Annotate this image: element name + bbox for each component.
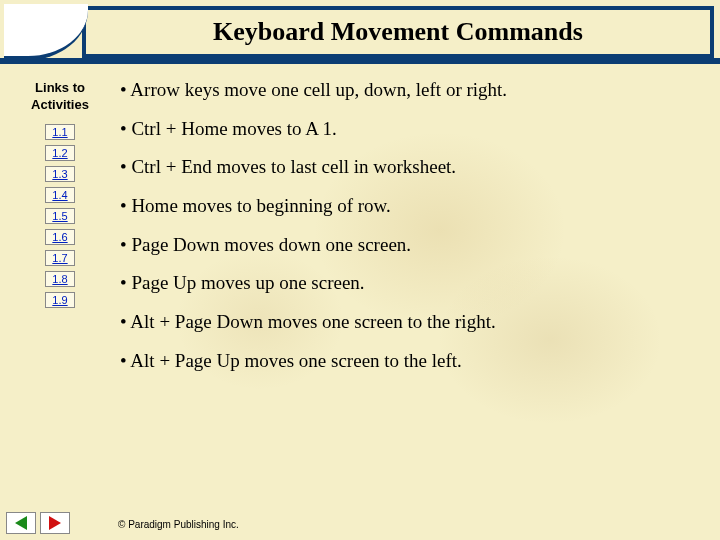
prev-slide-button[interactable] [6, 512, 36, 534]
sidebar-heading-line2: Activities [31, 97, 89, 112]
title-underline [0, 58, 720, 64]
activity-link-1-6[interactable]: 1.6 [45, 229, 75, 245]
activity-link-1-7[interactable]: 1.7 [45, 250, 75, 266]
bullet-item: • Page Up moves up one screen. [120, 271, 700, 296]
arrow-left-icon [15, 516, 27, 530]
page-title: Keyboard Movement Commands [213, 17, 583, 47]
bullet-item: • Ctrl + End moves to last cell in works… [120, 155, 700, 180]
activity-link-1-3[interactable]: 1.3 [45, 166, 75, 182]
bullet-item: • Alt + Page Up moves one screen to the … [120, 349, 700, 374]
activity-link-1-2[interactable]: 1.2 [45, 145, 75, 161]
bullet-item: • Home moves to beginning of row. [120, 194, 700, 219]
bullet-item: • Arrow keys move one cell up, down, lef… [120, 78, 700, 103]
activity-link-1-9[interactable]: 1.9 [45, 292, 75, 308]
activity-link-1-1[interactable]: 1.1 [45, 124, 75, 140]
content-area: • Arrow keys move one cell up, down, lef… [120, 78, 700, 388]
sidebar-heading-line1: Links to [35, 80, 85, 95]
activity-link-1-5[interactable]: 1.5 [45, 208, 75, 224]
title-bar-inner: Keyboard Movement Commands [86, 10, 710, 54]
arrow-right-icon [49, 516, 61, 530]
title-bar: Keyboard Movement Commands [82, 6, 714, 58]
activity-link-1-8[interactable]: 1.8 [45, 271, 75, 287]
activity-link-1-4[interactable]: 1.4 [45, 187, 75, 203]
sidebar-heading: Links to Activities [10, 80, 110, 114]
bullet-item: • Ctrl + Home moves to A 1. [120, 117, 700, 142]
sidebar: Links to Activities 1.1 1.2 1.3 1.4 1.5 … [10, 80, 110, 313]
next-slide-button[interactable] [40, 512, 70, 534]
bullet-item: • Alt + Page Down moves one screen to th… [120, 310, 700, 335]
copyright-footer: © Paradigm Publishing Inc. [118, 519, 239, 530]
nav-arrows [6, 512, 70, 534]
bullet-item: • Page Down moves down one screen. [120, 233, 700, 258]
